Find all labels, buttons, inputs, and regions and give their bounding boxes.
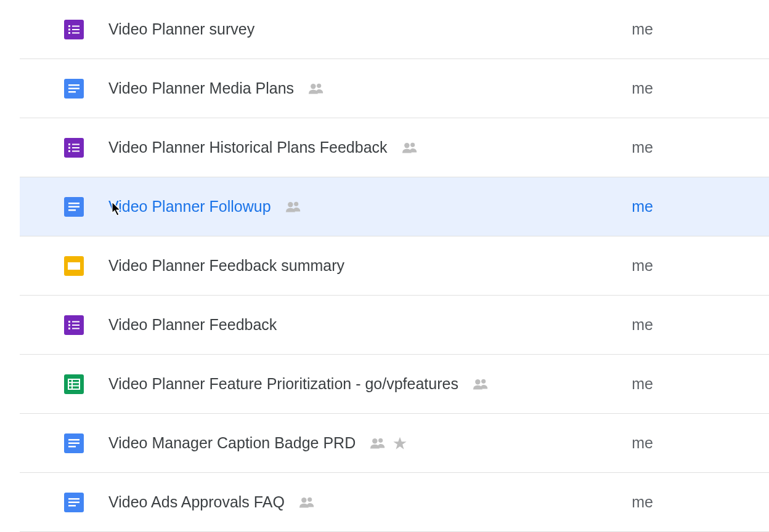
svg-rect-2 xyxy=(72,25,79,26)
shared-icon xyxy=(472,378,489,390)
file-row[interactable]: Video Planner Feature Prioritization - g… xyxy=(20,355,769,414)
shared-icon xyxy=(307,83,325,95)
shared-icon xyxy=(298,496,315,509)
svg-rect-24 xyxy=(68,206,79,208)
file-row[interactable]: Video Planner Feedback summaryme xyxy=(20,236,769,296)
file-owner: me xyxy=(632,20,653,38)
file-name: Video Planner Media Plans xyxy=(108,79,294,97)
svg-rect-25 xyxy=(68,209,76,211)
svg-rect-3 xyxy=(68,28,70,30)
svg-rect-14 xyxy=(68,143,70,145)
svg-point-45 xyxy=(378,438,383,442)
svg-rect-8 xyxy=(68,84,79,86)
svg-rect-31 xyxy=(68,321,70,323)
svg-point-51 xyxy=(307,497,312,501)
svg-rect-15 xyxy=(72,143,79,145)
file-row[interactable]: Video Planner surveyme xyxy=(20,0,769,59)
file-name: Video Planner Feedback summary xyxy=(108,257,344,275)
svg-rect-4 xyxy=(72,29,79,30)
file-owner: me xyxy=(632,198,653,216)
svg-point-38 xyxy=(475,379,480,384)
svg-rect-1 xyxy=(68,25,70,27)
file-name: Video Planner Feedback xyxy=(108,316,277,334)
svg-rect-17 xyxy=(72,147,79,148)
file-owner: me xyxy=(632,79,653,97)
svg-rect-19 xyxy=(72,150,79,151)
svg-rect-18 xyxy=(68,150,70,152)
file-owner: me xyxy=(632,493,653,511)
slides-file-icon xyxy=(64,256,84,276)
forms-file-icon xyxy=(64,315,84,335)
file-owner: me xyxy=(632,139,653,156)
file-row[interactable]: Video Planner Feedbackme xyxy=(20,296,769,355)
file-row[interactable]: Video Planner Followupme xyxy=(20,177,769,236)
svg-point-39 xyxy=(481,379,486,383)
svg-rect-36 xyxy=(72,328,79,329)
forms-file-icon xyxy=(64,20,84,39)
shared-icon xyxy=(401,142,418,154)
svg-rect-33 xyxy=(68,324,70,326)
file-row[interactable]: Video Planner Historical Plans Feedbackm… xyxy=(20,118,769,177)
svg-rect-37 xyxy=(64,374,84,394)
star-icon xyxy=(393,436,407,451)
svg-point-12 xyxy=(317,83,321,87)
svg-rect-35 xyxy=(68,328,70,329)
svg-rect-32 xyxy=(72,321,79,322)
file-name: Video Planner Historical Plans Feedback xyxy=(108,139,388,156)
svg-rect-6 xyxy=(72,32,79,33)
svg-rect-43 xyxy=(68,446,76,448)
svg-rect-23 xyxy=(68,203,79,204)
svg-point-27 xyxy=(294,201,298,206)
file-owner: me xyxy=(632,375,653,393)
file-owner: me xyxy=(632,257,653,275)
file-name: Video Ads Approvals FAQ xyxy=(108,493,285,511)
file-owner: me xyxy=(632,434,653,452)
file-name: Video Planner survey xyxy=(108,20,254,38)
forms-file-icon xyxy=(64,138,84,158)
svg-point-26 xyxy=(288,202,293,207)
svg-rect-34 xyxy=(72,324,79,326)
svg-point-21 xyxy=(410,142,415,147)
docs-file-icon xyxy=(64,79,84,99)
shared-icon xyxy=(285,201,302,213)
svg-rect-42 xyxy=(68,442,79,444)
svg-point-20 xyxy=(404,143,409,148)
file-row[interactable]: Video Ads Approvals FAQme xyxy=(20,473,769,532)
file-list: Video Planner surveymeVideo Planner Medi… xyxy=(20,0,769,532)
svg-rect-41 xyxy=(68,439,79,441)
sheets-file-icon xyxy=(64,374,84,394)
svg-rect-10 xyxy=(68,91,76,93)
file-owner: me xyxy=(632,316,653,334)
svg-rect-47 xyxy=(68,498,79,500)
svg-point-11 xyxy=(311,84,315,89)
docs-file-icon xyxy=(64,493,84,512)
shared-icon xyxy=(369,437,386,449)
svg-rect-9 xyxy=(68,87,79,89)
file-name: Video Manager Caption Badge PRD xyxy=(108,434,356,452)
svg-rect-5 xyxy=(68,32,70,34)
file-row[interactable]: Video Planner Media Plansme xyxy=(20,59,769,118)
file-row[interactable]: Video Manager Caption Badge PRDme xyxy=(20,414,769,473)
svg-rect-49 xyxy=(68,505,76,507)
docs-file-icon xyxy=(64,197,84,217)
svg-point-44 xyxy=(372,438,377,443)
file-name: Video Planner Followup xyxy=(108,198,271,216)
svg-rect-48 xyxy=(68,501,79,503)
svg-rect-16 xyxy=(68,147,70,148)
svg-point-50 xyxy=(301,498,306,502)
docs-file-icon xyxy=(64,433,84,453)
file-name: Video Planner Feature Prioritization - g… xyxy=(108,375,458,393)
svg-rect-29 xyxy=(68,262,80,270)
